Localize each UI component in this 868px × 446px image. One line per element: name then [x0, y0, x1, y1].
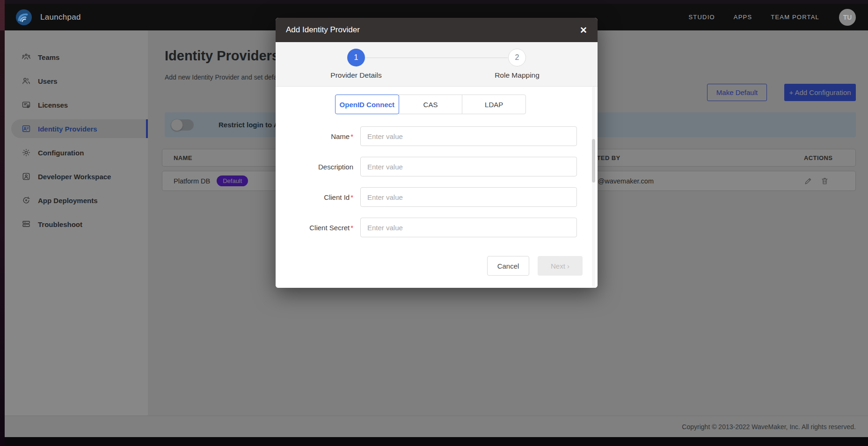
- client-secret-label: Client Secret*: [276, 224, 353, 232]
- client-id-field[interactable]: [360, 187, 577, 207]
- step-provider-details[interactable]: 1 Provider Details: [276, 42, 437, 86]
- step-number: 1: [347, 49, 365, 66]
- form-row-client-id: Client Id*: [276, 187, 598, 207]
- nav-link-studio[interactable]: STUDIO: [688, 14, 715, 21]
- form-row-client-secret: Client Secret*: [276, 218, 598, 237]
- name-label: Name*: [276, 132, 353, 140]
- modal-header: Add Identity Provider ✕: [276, 18, 598, 42]
- step-label: Provider Details: [330, 71, 381, 80]
- next-button[interactable]: Next ›: [538, 256, 583, 276]
- client-id-label: Client Id*: [276, 193, 353, 201]
- user-avatar[interactable]: TU: [839, 9, 856, 26]
- add-identity-provider-modal: Add Identity Provider ✕ 1 Provider Detai…: [276, 18, 598, 288]
- brand-name: Launchpad: [40, 13, 81, 22]
- step-number: 2: [508, 49, 526, 66]
- wizard-stepper: 1 Provider Details 2 Role Mapping: [276, 42, 598, 87]
- modal-body: OpenID Connect CAS LDAP Name* Descriptio…: [276, 87, 598, 288]
- modal-footer-buttons: Cancel Next ›: [487, 256, 583, 276]
- tab-openid-connect[interactable]: OpenID Connect: [335, 95, 399, 114]
- tab-cas[interactable]: CAS: [399, 95, 463, 114]
- client-secret-field[interactable]: [360, 218, 577, 237]
- viewport: Launchpad STUDIO APPS TEAM PORTAL TU: [0, 0, 868, 446]
- modal-title: Add Identity Provider: [286, 25, 360, 35]
- navbar-links: STUDIO APPS TEAM PORTAL TU: [688, 9, 856, 26]
- provider-type-tabs: OpenID Connect CAS LDAP: [335, 95, 526, 114]
- stepper-connector: [365, 58, 508, 58]
- nav-link-team-portal[interactable]: TEAM PORTAL: [771, 14, 819, 21]
- name-field[interactable]: [360, 126, 577, 146]
- cancel-button[interactable]: Cancel: [487, 256, 529, 276]
- tab-ldap[interactable]: LDAP: [462, 95, 526, 114]
- step-role-mapping[interactable]: 2 Role Mapping: [437, 42, 598, 86]
- close-icon[interactable]: ✕: [580, 26, 587, 35]
- modal-scrollbar-thumb[interactable]: [592, 139, 595, 183]
- provider-details-form: Name* Description Client Id* Client Secr…: [276, 126, 598, 237]
- required-marker: *: [350, 193, 353, 201]
- required-marker: *: [350, 132, 353, 140]
- required-marker: *: [350, 224, 353, 232]
- modal-scrollbar-track[interactable]: [592, 87, 595, 288]
- step-label: Role Mapping: [495, 71, 540, 80]
- description-field[interactable]: [360, 157, 577, 176]
- wavemaker-logo-icon: [15, 9, 32, 26]
- nav-link-apps[interactable]: APPS: [734, 14, 752, 21]
- brand[interactable]: Launchpad: [15, 9, 81, 26]
- description-label: Description: [276, 163, 353, 171]
- form-row-description: Description: [276, 157, 598, 176]
- form-row-name: Name*: [276, 126, 598, 146]
